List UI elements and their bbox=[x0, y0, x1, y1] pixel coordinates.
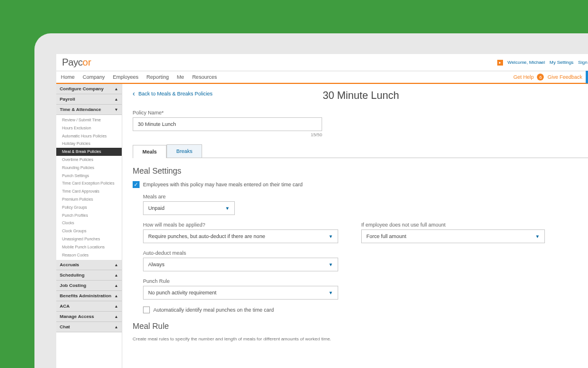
chevron-up-icon: ▲ bbox=[114, 315, 118, 319]
meals-are-value: Unpaid bbox=[148, 205, 165, 211]
if-not-full-label: If employee does not use full amount bbox=[361, 222, 545, 228]
sidebar-section-payroll[interactable]: Payroll▲ bbox=[56, 94, 122, 105]
caret-down-icon: ▼ bbox=[328, 290, 333, 296]
sidebar: Configure Company▲ Payroll▲ Time & Atten… bbox=[56, 84, 122, 368]
sidebar-section-manage-access[interactable]: Manage Access▲ bbox=[56, 312, 122, 322]
side-item-approvals[interactable]: Time Card Approvals bbox=[56, 187, 122, 195]
tab-breaks[interactable]: Breaks bbox=[167, 144, 202, 158]
sidebar-section-configure-company[interactable]: Configure Company▲ bbox=[56, 84, 122, 94]
side-item-mobile-punch[interactable]: Mobile Punch Locations bbox=[56, 243, 122, 251]
help-badge: 6 bbox=[537, 74, 544, 80]
logo-accent: or bbox=[83, 57, 91, 68]
menu-me[interactable]: Me bbox=[177, 74, 184, 80]
logo-text: Payc bbox=[62, 57, 83, 68]
checkbox-auto-identify[interactable] bbox=[143, 306, 150, 313]
side-item-hours-exclusion[interactable]: Hours Exclusion bbox=[56, 124, 122, 132]
get-help-link[interactable]: Get Help bbox=[513, 74, 534, 80]
side-item-punch-settings[interactable]: Punch Settings bbox=[56, 172, 122, 180]
punch-rule-label: Punch Rule bbox=[143, 278, 588, 284]
auto-deduct-select[interactable]: Always ▼ bbox=[143, 258, 338, 271]
logo: Paycor bbox=[60, 57, 91, 68]
if-not-full-value: Force full amount bbox=[366, 233, 407, 239]
welcome-link[interactable]: Welcome, Michael bbox=[508, 60, 545, 65]
sidebar-section-scheduling[interactable]: Scheduling▲ bbox=[56, 270, 122, 281]
tab-meals[interactable]: Meals bbox=[133, 145, 167, 158]
welcome-badge-icon: ▸ bbox=[497, 60, 503, 66]
meals-are-select[interactable]: Unpaid ▼ bbox=[143, 201, 235, 215]
side-item-clock-groups[interactable]: Clock Groups bbox=[56, 227, 122, 235]
side-item-reason-codes[interactable]: Reason Codes bbox=[56, 251, 122, 259]
chevron-left-icon: ‹ bbox=[133, 90, 135, 98]
sidebar-section-aca[interactable]: ACA▲ bbox=[56, 301, 122, 312]
side-item-clocks[interactable]: Clocks bbox=[56, 219, 122, 227]
chevron-up-icon: ▲ bbox=[114, 97, 118, 101]
side-item-rounding[interactable]: Rounding Policies bbox=[56, 164, 122, 172]
meals-are-label: Meals are bbox=[143, 194, 588, 200]
side-item-punch-profiles[interactable]: Punch Profiles bbox=[56, 212, 122, 220]
chevron-up-icon: ▲ bbox=[114, 294, 118, 298]
caret-down-icon: ▼ bbox=[328, 234, 333, 239]
chevron-down-icon: ▼ bbox=[114, 108, 118, 112]
give-feedback-link[interactable]: Give Feedback bbox=[547, 74, 582, 80]
how-applied-value: Require punches, but auto-deduct if ther… bbox=[148, 233, 265, 239]
topbar: Paycor ▸ Welcome, Michael My Settings Si… bbox=[56, 54, 588, 71]
chevron-up-icon: ▲ bbox=[114, 283, 118, 288]
policy-name-label: Policy Name* bbox=[133, 110, 588, 116]
how-applied-label: How will meals be applied? bbox=[143, 222, 338, 228]
sidebar-section-accruals[interactable]: Accruals▲ bbox=[56, 260, 122, 270]
if-not-full-select[interactable]: Force full amount ▼ bbox=[361, 229, 545, 243]
side-item-overtime[interactable]: Overtime Policies bbox=[56, 156, 122, 164]
side-item-meal-break[interactable]: Meal & Break Policies bbox=[56, 148, 122, 156]
checkbox-employees-label: Employees with this policy may have meal… bbox=[143, 182, 303, 187]
sidebar-section-time-attendance[interactable]: Time & Attendance▼ bbox=[56, 105, 122, 115]
caret-down-icon: ▼ bbox=[535, 234, 540, 239]
punch-rule-select[interactable]: No punch activity requirement ▼ bbox=[143, 286, 338, 300]
side-item-holiday[interactable]: Holiday Policies bbox=[56, 140, 122, 148]
menu-reporting[interactable]: Reporting bbox=[146, 74, 169, 80]
sidebar-section-chat[interactable]: Chat▲ bbox=[56, 322, 122, 332]
checkbox-employees-meals[interactable]: ✓ bbox=[133, 181, 140, 188]
auto-deduct-value: Always bbox=[148, 262, 165, 267]
side-item-exception[interactable]: Time Card Exception Policies bbox=[56, 179, 122, 187]
menu-company[interactable]: Company bbox=[83, 74, 105, 80]
sign-out-link[interactable]: Sign Out bbox=[578, 60, 588, 65]
policy-name-input[interactable] bbox=[133, 117, 322, 131]
menu-resources[interactable]: Resources bbox=[192, 74, 217, 80]
side-item-auto-hours[interactable]: Automatic Hours Policies bbox=[56, 132, 122, 140]
meal-rule-desc: Create meal rules to specify the number … bbox=[133, 336, 588, 342]
caret-down-icon: ▼ bbox=[225, 206, 230, 211]
side-item-policy-groups[interactable]: Policy Groups bbox=[56, 204, 122, 212]
sidebar-section-benefits[interactable]: Benefits Administration▲ bbox=[56, 291, 122, 301]
menubar: Home Company Employees Reporting Me Reso… bbox=[56, 71, 588, 84]
sidebar-items-time-attendance: Review / Submit Time Hours Exclusion Aut… bbox=[56, 115, 122, 260]
chevron-up-icon: ▲ bbox=[114, 304, 118, 308]
sidebar-section-job-costing[interactable]: Job Costing▲ bbox=[56, 281, 122, 291]
char-count: 15/50 bbox=[133, 132, 322, 137]
tabs: Meals Breaks bbox=[133, 144, 588, 158]
chevron-up-icon: ▲ bbox=[114, 273, 118, 277]
checkbox-auto-identify-label: Automatically identify meal punches on t… bbox=[153, 307, 274, 313]
auto-deduct-label: Auto-deduct meals bbox=[143, 250, 588, 256]
side-item-unassigned[interactable]: Unassigned Punches bbox=[56, 235, 122, 243]
main-content: ‹ Back to Meals & Breaks Policies 30 Min… bbox=[122, 84, 588, 368]
chevron-up-icon: ▲ bbox=[114, 87, 118, 91]
chat-icon[interactable] bbox=[586, 71, 588, 83]
section-meal-settings: Meal Settings bbox=[133, 166, 588, 175]
section-meal-rule: Meal Rule bbox=[133, 321, 588, 331]
menu-home[interactable]: Home bbox=[61, 74, 75, 80]
how-applied-select[interactable]: Require punches, but auto-deduct if ther… bbox=[143, 229, 338, 243]
punch-rule-value: No punch activity requirement bbox=[148, 290, 216, 296]
my-settings-link[interactable]: My Settings bbox=[550, 60, 574, 65]
chevron-up-icon: ▲ bbox=[114, 325, 118, 329]
back-label: Back to Meals & Breaks Policies bbox=[138, 91, 212, 97]
side-item-premium[interactable]: Premium Policies bbox=[56, 195, 122, 204]
caret-down-icon: ▼ bbox=[328, 262, 333, 267]
side-item-review-submit[interactable]: Review / Submit Time bbox=[56, 116, 122, 124]
menu-employees[interactable]: Employees bbox=[113, 74, 139, 80]
chevron-up-icon: ▲ bbox=[114, 263, 118, 267]
